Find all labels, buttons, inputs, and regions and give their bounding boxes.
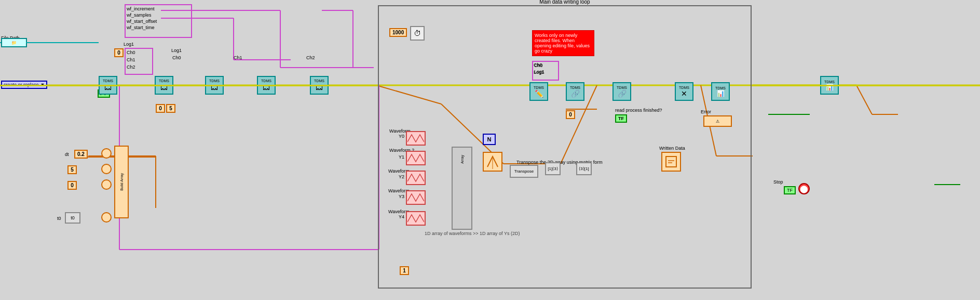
zero-const-mid: 0 [156,104,165,113]
red-warning-note: Works only on newly created files. When … [532,30,594,56]
waveform-y1-block[interactable] [406,151,426,165]
tdms-i4-icon: ✕ [681,89,687,98]
matrix-block-2[interactable]: ⟨3⟩[1] [576,162,592,175]
matrix-block-1[interactable]: [1]⟨3⟩ [545,162,561,175]
read-finished-label: read process finished? [615,108,662,113]
main-loop-label: Main data writing loop [537,0,592,5]
file-path-terminal[interactable]: 📁 [1,38,27,47]
tdms-2-label: TDMS [159,79,169,83]
zero-const-top: 0 [114,48,124,57]
main-loop-container: Main data writing loop 1000 ⏱ TDMS ✏️ TD… [378,5,752,289]
tdms-3-label: TDMS [209,79,220,83]
stop-button[interactable]: ⬤ [798,183,810,194]
dt-value-const: 0.2 [74,150,88,159]
ch0-r-label: Ch0 [534,63,543,68]
timer-block[interactable]: ⏱ [410,26,425,41]
tdms-2-icon: 🗂 [160,83,168,92]
error-indicator: ⚠ [703,115,732,127]
stop-circle-icon: ⬤ [800,185,808,193]
ch0-mid-label: Ch0 [172,55,181,60]
tdms-inner-1[interactable]: TDMS ✏️ [529,82,548,101]
tdms-5-label: TDMS [314,79,324,83]
tdms-i1-label: TDMS [534,86,544,89]
tf-indicator: TF [615,114,627,123]
error-icon: ⚠ [716,119,719,124]
tdms-inner-5[interactable]: TDMS 📊 [711,82,730,101]
tdms-3-icon: 🗂 [210,83,219,92]
ch1-left-label: Ch1 [127,57,135,62]
file-path-icon: 📁 [11,41,17,45]
tdms-inner-3[interactable]: TDMS 🔗 [612,82,631,101]
canvas: File Path 📁 create or replace ▼ F F wf_i… [0,0,980,300]
waveform-y3-block[interactable] [406,190,426,205]
wf-start-time-label: wf_start_time [127,25,155,30]
tdms-i3-icon: 🔗 [618,89,627,98]
tdms-i1-icon: ✏️ [535,89,543,98]
tdms-i4-label: TDMS [679,86,689,89]
tdms-inner-2[interactable]: TDMS 🔗 [566,82,584,101]
tdms-i2-icon: 🔗 [571,89,580,98]
log1-top-label: Log1 [124,42,134,47]
zero-inner-const: 0 [566,110,575,119]
n-box: N [483,134,496,145]
wire-join-dt [101,148,112,159]
tdms-1-top-label: TDMS [103,79,113,83]
wire-join-0lower [101,179,112,190]
tdms-i3-label: TDMS [617,86,627,89]
ch2-left-label: Ch2 [127,64,135,70]
svg-rect-37 [666,156,676,167]
written-data-label: Written Data [659,146,685,151]
ch1-mid-label: Ch1 [234,55,242,60]
stop-tf-const: TF [784,186,796,194]
waveform-y2-block[interactable] [406,171,426,185]
t0-block: t0 [65,212,80,224]
one-const-bottom: 1 [400,266,409,275]
wf-start-offset-label: wf_start_offset [127,19,157,24]
dt-label: dt [65,152,69,157]
stop-label: Stop [773,179,783,185]
tdms-1-icon: 🗂 [104,83,112,92]
wf-samples-label: wf_samples [127,12,152,18]
wf-increment-label: wf_increment [127,6,155,11]
log1-mid-label: Log1 [171,48,182,53]
main-yellow-wire-left [0,85,378,86]
cluster-array-label: Array [460,155,464,164]
log1-r-label: Log1 [534,69,545,74]
tdms-far-label: TDMS [824,80,835,84]
y3-label: Y3 [399,194,404,199]
main-yellow-wire-right [752,85,980,86]
five-const-lower: 5 [67,165,77,174]
transpose-block[interactable]: Transpose [510,165,538,178]
y0-label: Y0 [399,134,404,139]
tdms-i5-icon: 📊 [717,90,725,97]
y1-label: Y1 [399,154,404,160]
ch0-left-label: Ch0 [127,50,135,55]
ch012-left-cluster: Ch0 Ch1 Ch2 [125,48,153,75]
zero-const-lower: 0 [67,181,77,190]
t0-label: t0 [57,216,61,221]
tdms-inner-4[interactable]: TDMS ✕ [675,82,693,101]
waveform-convert-block[interactable] [483,152,502,172]
tdms-4-label: TDMS [261,79,271,83]
thousand-const: 1000 [389,28,407,37]
five-const-mid: 5 [166,104,175,113]
y2-label: Y2 [399,174,404,179]
wire-join-t0 [101,212,112,223]
waveform-y4-block[interactable] [406,211,426,226]
cluster-array-block[interactable]: Array [452,147,472,230]
tdms-5-icon: 🗂 [315,83,323,92]
teal-wire-top [26,42,99,43]
ch2-mid-label: Ch2 [306,55,315,60]
tdms-i5-label: TDMS [715,86,726,90]
wire-join-5 [101,164,112,174]
svg-line-31 [856,85,872,114]
build-array-label: Build Array [120,173,124,191]
tdms-4-icon: 🗂 [262,83,270,92]
y4-label: Y4 [399,214,404,219]
written-data-indicator [661,152,681,172]
array-1d-label: 1D array of waveforms >> 1D array of Ys … [425,231,520,236]
waveform-y0-block[interactable] [406,131,426,146]
tdms-i2-label: TDMS [570,86,580,89]
wf-properties-cluster: wf_increment wf_samples wf_start_offset … [125,4,192,38]
build-array-block[interactable]: Build Array [114,146,129,218]
